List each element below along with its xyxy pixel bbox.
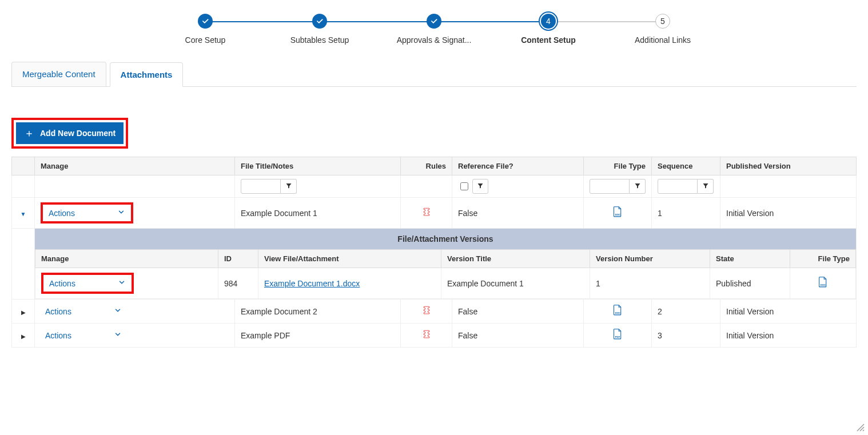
chevron-down-icon [117,208,125,218]
actions-dropdown[interactable]: Actions [44,206,130,220]
step-core-setup[interactable]: Core Setup [148,14,262,45]
cell-reference: False [452,198,584,229]
chevron-down-icon [118,278,126,288]
step-approvals[interactable]: Approvals & Signat... [377,14,491,45]
cell-published: Initial Version [720,198,857,229]
cell-published: Initial Version [720,324,857,348]
step-content-setup[interactable]: 4 Content Setup [491,14,606,45]
file-doc-icon[interactable]: DOC [818,277,828,290]
expand-toggle[interactable] [12,324,35,348]
actions-dropdown[interactable]: Actions [41,304,126,318]
view-file-link[interactable]: Example Document 1.docx [264,279,360,288]
plus-icon: ＋ [24,128,34,138]
filter-sequence-input[interactable] [658,179,698,194]
step-number-icon: 5 [655,14,670,29]
file-doc-icon[interactable]: DOC [612,305,623,318]
col-manage[interactable]: Manage [35,157,235,175]
rules-icon[interactable] [421,329,432,340]
step-label: Core Setup [185,35,226,45]
versions-panel: File/Attachment Versions Manage ID View … [12,229,857,300]
highlight-actions: Actions [41,202,133,224]
col-sequence[interactable]: Sequence [652,157,720,175]
filter-reference-checkbox[interactable] [460,182,468,190]
file-doc-icon[interactable]: DOC [612,206,623,220]
table-row: Actions Example Document 2 False DOC [12,300,857,324]
vcell-id: 984 [218,268,258,299]
col-title[interactable]: File Title/Notes [235,157,401,175]
cell-title: Example Document 1 [235,198,401,229]
actions-label: Actions [45,331,71,340]
vcol-vtitle[interactable]: Version Title [441,250,590,268]
vcol-filetype[interactable]: File Type [790,250,856,268]
vcol-manage[interactable]: Manage [35,250,218,268]
chevron-right-icon [21,307,26,316]
cell-title: Example PDF [235,324,401,348]
vcol-id[interactable]: ID [218,250,258,268]
tab-mergeable-content[interactable]: Mergeable Content [11,62,106,86]
vcol-state[interactable]: State [710,250,790,268]
step-number-icon: 4 [541,14,556,29]
tab-attachments[interactable]: Attachments [110,62,184,87]
cell-published: Initial Version [720,300,857,324]
table-row: Actions Example PDF False PDF [12,324,857,348]
svg-text:DOC: DOC [615,213,620,216]
svg-text:PDF: PDF [615,336,620,338]
cell-sequence: 1 [652,198,720,229]
table-row: Actions Example Document 1 False [12,198,857,229]
versions-title: File/Attachment Versions [35,229,856,249]
versions-table: Manage ID View File/Attachment Version T… [35,249,856,299]
actions-label: Actions [45,307,71,316]
highlight-actions: Actions [41,273,134,294]
file-pdf-icon[interactable]: PDF [612,329,623,342]
vcell-title: Example Document 1 [441,268,590,299]
check-icon [427,14,441,29]
chevron-down-icon [114,306,122,316]
filter-filetype-input[interactable] [590,179,630,194]
attachments-table: Manage File Title/Notes Rules Reference … [11,157,857,348]
versions-row: Actions 984 Example Docu [35,268,856,299]
filter-title-button[interactable] [281,179,297,194]
wizard-stepper: Core Setup Subtables Setup Approvals & S… [131,14,737,45]
step-additional-links[interactable]: 5 Additional Links [606,14,720,45]
check-icon [198,14,213,29]
vcol-vnum[interactable]: Version Number [590,250,710,268]
filter-sequence-button[interactable] [698,179,714,194]
col-published[interactable]: Published Version [720,157,857,175]
cell-sequence: 2 [652,300,720,324]
step-label: Subtables Setup [290,35,349,45]
actions-label: Actions [49,279,75,288]
col-filetype[interactable]: File Type [584,157,652,175]
col-reference[interactable]: Reference File? [452,157,584,175]
actions-dropdown[interactable]: Actions [45,276,130,290]
add-new-document-button[interactable]: ＋ Add New Document [16,122,124,144]
cell-reference: False [452,300,584,324]
step-label: Approvals & Signat... [397,35,472,45]
svg-text:DOC: DOC [615,312,620,314]
step-label: Additional Links [635,35,691,45]
chevron-down-icon [114,330,122,340]
add-button-label: Add New Document [40,129,116,138]
filter-title-input[interactable] [241,179,281,194]
rules-icon[interactable] [421,207,432,217]
content-tabs: Mergeable Content Attachments [11,62,857,87]
expand-toggle[interactable] [12,198,35,229]
chevron-right-icon [21,331,26,340]
check-icon [312,14,327,29]
filter-reference-button[interactable] [472,179,488,194]
step-subtables-setup[interactable]: Subtables Setup [262,14,377,45]
cell-sequence: 3 [652,324,720,348]
expand-toggle[interactable] [12,300,35,324]
vcol-view[interactable]: View File/Attachment [258,250,441,268]
cell-title: Example Document 2 [235,300,401,324]
step-label: Content Setup [521,35,576,45]
vcell-state: Published [710,268,790,299]
col-rules[interactable]: Rules [401,157,452,175]
actions-label: Actions [49,209,75,218]
svg-text:DOC: DOC [821,284,826,286]
rules-icon[interactable] [421,305,432,316]
actions-dropdown[interactable]: Actions [41,328,126,342]
chevron-down-icon [21,209,26,218]
vcell-vnum: 1 [590,268,710,299]
highlight-add-button: ＋ Add New Document [11,118,128,149]
filter-filetype-button[interactable] [630,179,646,194]
